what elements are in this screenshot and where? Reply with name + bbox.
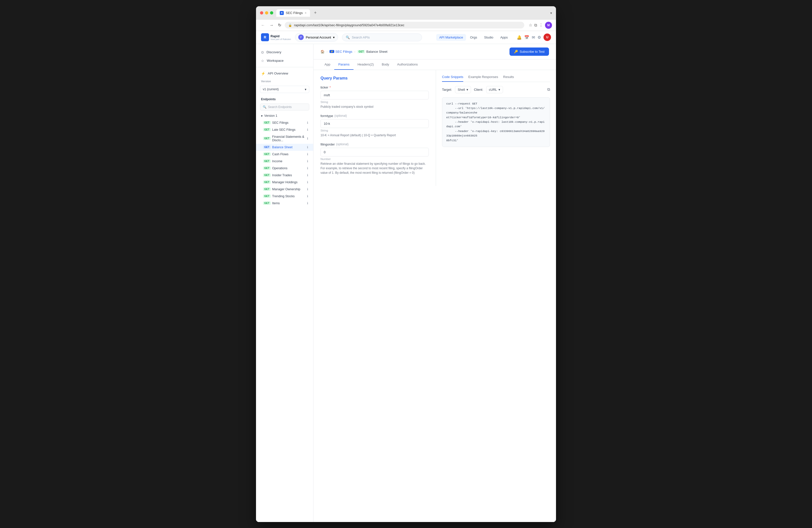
logo-subtitle: Now part of Rakuten xyxy=(271,38,291,41)
browser-tab[interactable]: R SEC Filings × xyxy=(276,9,310,17)
target-select[interactable]: Shell ▾ xyxy=(455,86,471,93)
endpoint-info-icon[interactable]: ℹ xyxy=(307,152,308,156)
reload-button[interactable]: ↻ xyxy=(277,22,282,29)
endpoint-item[interactable]: GET SEC Filings ℹ xyxy=(256,119,313,126)
tab-close-icon[interactable]: × xyxy=(305,11,306,15)
notifications-icon[interactable]: 🔔 xyxy=(517,35,522,40)
endpoint-item-left: GET Late SEC Filings xyxy=(263,128,295,132)
method-badge: GET xyxy=(263,121,271,124)
endpoint-info-icon[interactable]: ℹ xyxy=(307,194,308,198)
extensions-icon[interactable]: ⧉ xyxy=(534,23,537,28)
logo-text-group: Rapid Now part of Rakuten xyxy=(271,34,291,41)
endpoint-info-icon[interactable]: ℹ xyxy=(307,180,308,184)
close-traffic-light[interactable] xyxy=(260,11,263,15)
endpoint-info-icon[interactable]: ℹ xyxy=(307,202,308,205)
endpoint-info-icon[interactable]: ℹ xyxy=(307,166,308,170)
calendar-icon[interactable]: 📅 xyxy=(524,35,529,40)
filingorder-desc: Retrieve an older financial statement by… xyxy=(320,161,429,175)
version-section-label: Version xyxy=(256,78,313,84)
endpoint-search-placeholder: Search Endpoints xyxy=(268,105,292,109)
minimize-traffic-light[interactable] xyxy=(265,11,268,15)
code-tab-results[interactable]: Results xyxy=(503,75,514,82)
code-tab-responses[interactable]: Example Responses xyxy=(468,75,498,82)
endpoint-item[interactable]: GET Income ℹ xyxy=(256,158,313,165)
tab-app[interactable]: App xyxy=(320,59,334,70)
endpoint-item-left: GET SEC Filings xyxy=(263,121,289,124)
tab-authorizations[interactable]: Authorizations xyxy=(393,59,422,70)
search-bar[interactable]: 🔍 Search APIs xyxy=(342,33,422,41)
tab-headers[interactable]: Headers(2) xyxy=(353,59,378,70)
endpoint-item[interactable]: GET Items ℹ xyxy=(256,200,313,207)
endpoint-search[interactable]: 🔍 Search Endpoints xyxy=(260,103,309,111)
endpoint-info-icon[interactable]: ℹ xyxy=(307,188,308,191)
back-button[interactable]: ← xyxy=(260,22,266,29)
endpoint-item[interactable]: GET Trending Stocks ℹ xyxy=(256,193,313,200)
breadcrumb-api[interactable]: ⚡ SEC Filings xyxy=(330,50,352,54)
title-bar: R SEC Filings × + ▾ xyxy=(256,6,556,20)
account-selector[interactable]: P Personal Account ▾ xyxy=(295,33,338,42)
nav-api-marketplace[interactable]: API Marketplace xyxy=(436,34,466,41)
nav-studio[interactable]: Studio xyxy=(481,34,496,41)
search-placeholder: Search APIs xyxy=(352,35,370,39)
tab-favicon: R xyxy=(280,11,284,15)
breadcrumb-method-badge: GET xyxy=(358,50,365,53)
logo-icon: R xyxy=(261,33,269,41)
ticker-input[interactable] xyxy=(320,91,429,100)
endpoint-info-icon[interactable]: ℹ xyxy=(307,174,308,177)
forward-button[interactable]: → xyxy=(269,22,275,29)
browser-menu-icon[interactable]: ⋮ xyxy=(539,23,543,28)
method-badge: GET xyxy=(263,174,271,177)
param-ticker-name: ticker xyxy=(320,86,328,89)
formtype-input[interactable] xyxy=(320,119,429,128)
version-select[interactable]: v1 (current) ▾ xyxy=(260,86,309,93)
mail-icon[interactable]: ✉ xyxy=(532,35,535,40)
endpoint-item[interactable]: GET Operations ℹ xyxy=(256,165,313,172)
endpoint-item[interactable]: GET Late SEC Filings ℹ xyxy=(256,126,313,133)
endpoint-item[interactable]: GET Manager Ownership ℹ xyxy=(256,186,313,193)
nav-orgs[interactable]: Orgs xyxy=(467,34,480,41)
browser-profile-avatar[interactable]: M xyxy=(545,22,552,29)
breadcrumb-sep-1: › xyxy=(327,50,328,54)
sidebar-item-workspace[interactable]: ☆ Workspace xyxy=(256,57,313,65)
endpoint-info-icon[interactable]: ℹ xyxy=(307,137,308,140)
filingorder-type: Number xyxy=(320,158,429,161)
code-target-row: Target: Shell ▾ Client: cURL ▾ ⧉ xyxy=(442,86,550,93)
filingorder-input[interactable] xyxy=(320,148,429,157)
sidebar-item-discovery[interactable]: ⊙ Discovery xyxy=(256,48,313,57)
settings-icon[interactable]: ⚙ xyxy=(537,35,541,40)
endpoint-item[interactable]: GET Cash Flows ℹ xyxy=(256,151,313,158)
endpoint-item[interactable]: GET Insider Trades ℹ xyxy=(256,172,313,179)
endpoint-info-icon[interactable]: ℹ xyxy=(307,160,308,163)
code-column: Code Snippets Example Responses Results … xyxy=(436,70,556,186)
fullscreen-traffic-light[interactable] xyxy=(270,11,273,15)
method-badge: GET xyxy=(263,202,271,205)
user-avatar-header[interactable]: U xyxy=(543,33,551,41)
discovery-label: Discovery xyxy=(266,50,281,54)
endpoint-item[interactable]: GET Financial Statements & Disclo... ℹ xyxy=(256,133,313,144)
endpoint-info-icon[interactable]: ℹ xyxy=(307,121,308,124)
home-icon[interactable]: 🏠 xyxy=(320,50,324,54)
sidebar-item-api-overview[interactable]: ⚡ API Overview xyxy=(256,69,313,78)
endpoint-item[interactable]: GET Manager Holdings ℹ xyxy=(256,179,313,186)
new-tab-button[interactable]: + xyxy=(314,10,317,15)
account-dropdown-icon: ▾ xyxy=(333,35,335,39)
param-formtype-name: formtype xyxy=(320,114,333,118)
copy-code-button[interactable]: ⧉ xyxy=(547,87,550,92)
header-nav: API Marketplace Orgs Studio Apps xyxy=(436,34,511,41)
endpoint-info-icon[interactable]: ℹ xyxy=(307,146,308,149)
version-group[interactable]: ▾ Version 1 xyxy=(256,113,313,119)
url-bar[interactable]: 🔒 rapidapi.com/last10k/api/sec-filings/p… xyxy=(285,22,524,29)
logo-name: Rapid xyxy=(271,34,291,38)
tab-dropdown-icon[interactable]: ▾ xyxy=(550,11,552,15)
api-overview-icon: ⚡ xyxy=(261,72,265,75)
endpoint-label: Balance Sheet xyxy=(272,146,292,149)
code-tab-snippets[interactable]: Code Snippets xyxy=(442,75,463,82)
endpoint-item[interactable]: GET Balance Sheet ℹ xyxy=(256,144,313,151)
nav-apps[interactable]: Apps xyxy=(497,34,511,41)
endpoint-info-icon[interactable]: ℹ xyxy=(307,128,308,132)
tab-params[interactable]: Params xyxy=(334,59,353,70)
tab-body[interactable]: Body xyxy=(378,59,393,70)
bookmark-icon[interactable]: ☆ xyxy=(529,23,532,28)
subscribe-button[interactable]: 🔑 Subscribe to Test xyxy=(509,47,549,56)
client-select[interactable]: cURL ▾ xyxy=(486,86,503,93)
